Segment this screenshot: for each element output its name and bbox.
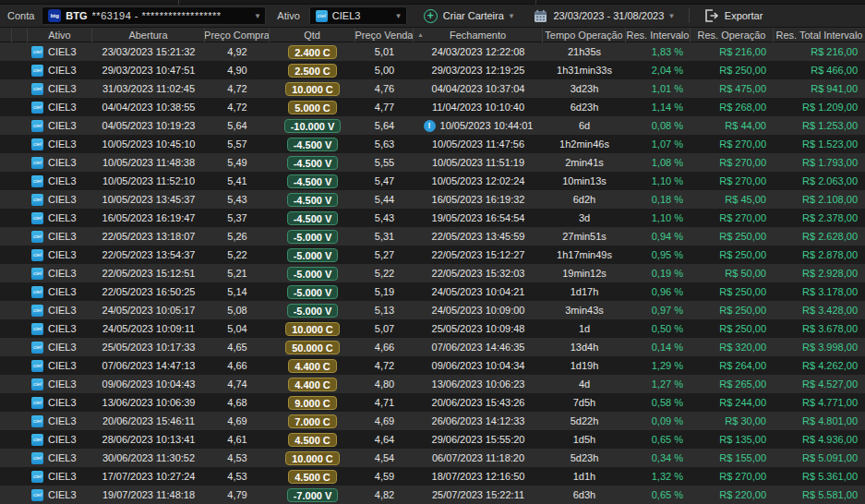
plus-circle-icon: + (424, 9, 438, 23)
table-row[interactable]: cielCIEL322/05/2023 15:12:515,21-5.000 V… (0, 264, 865, 282)
column-header-res-intervalo[interactable]: Res. Intervalo (626, 28, 691, 42)
table-row[interactable]: cielCIEL320/06/2023 15:46:114,697.000 C4… (0, 412, 865, 430)
cell-res-total-intervalo: R$ 216,00 (774, 42, 865, 61)
ciel3-logo-icon: ciel (31, 120, 43, 132)
quantity-sell-badge: -5.000 V (287, 230, 339, 244)
table-row[interactable]: cielCIEL304/05/2023 10:19:235,64-10.000 … (0, 116, 865, 135)
info-icon[interactable]: ! (424, 120, 436, 132)
column-header-res-total-intervalo[interactable]: Res. Total Intervalo (774, 28, 865, 42)
cell-res-intervalo: 0,08 % (626, 116, 691, 135)
row-spacer-2 (12, 338, 28, 356)
cell-abertura: 10/05/2023 11:48:38 (92, 153, 205, 172)
cell-res-total-intervalo: R$ 4.801,00 (774, 412, 865, 430)
column-header-preco-compra[interactable]: Preço Compra (205, 28, 270, 42)
asset-ticker: CIEL3 (48, 305, 77, 316)
cell-preco-compra: 5,43 (205, 190, 270, 209)
cell-res-operacao: R$ 250,00 (691, 282, 774, 301)
fechamento-datetime: 10/05/2023 11:51:19 (432, 157, 524, 168)
quantity-buy-badge: 9.000 C (288, 396, 337, 410)
table-row[interactable]: cielCIEL313/06/2023 10:06:394,689.000 C4… (0, 393, 865, 412)
table-row[interactable]: cielCIEL322/05/2023 16:50:255,14-5.000 V… (0, 282, 865, 301)
row-spacer-2 (12, 135, 28, 153)
asset-name: CIEL3 (332, 10, 361, 21)
cell-tempo-operacao: 3d (543, 209, 626, 227)
cell-qtd: 10.000 C (270, 79, 355, 98)
table-row[interactable]: cielCIEL322/05/2023 13:54:375,22-5.000 V… (0, 246, 865, 264)
table-row[interactable]: cielCIEL328/06/2023 10:13:414,614.500 C4… (0, 430, 865, 449)
column-header-preco-venda[interactable]: Preço Venda (355, 28, 414, 42)
date-range-picker[interactable]: 23/03/2023 - 31/08/2023 ▾ (530, 9, 677, 23)
table-row[interactable]: cielCIEL324/05/2023 10:05:175,08-5.000 V… (0, 301, 865, 319)
cell-res-operacao: R$ 270,00 (691, 209, 774, 227)
cell-preco-venda: 4,69 (355, 412, 414, 430)
column-header-tempo-operacao[interactable]: Tempo Operação (543, 28, 626, 42)
column-header-ativo[interactable]: Ativo (28, 28, 92, 42)
trades-table-body: cielCIEL323/03/2023 15:21:324,922.400 C5… (0, 42, 865, 504)
table-row[interactable]: cielCIEL310/05/2023 11:52:105,41-4.500 V… (0, 172, 865, 190)
cell-res-total-intervalo: R$ 3.678,00 (774, 319, 865, 338)
table-row[interactable]: cielCIEL322/05/2023 13:18:075,26-5.000 V… (0, 227, 865, 246)
cell-res-intervalo: 0,95 % (626, 246, 691, 264)
ativo-label: Ativo (277, 10, 299, 21)
table-row[interactable]: cielCIEL324/05/2023 10:09:115,0410.000 C… (0, 319, 865, 338)
table-row[interactable]: cielCIEL309/06/2023 10:04:434,744.400 C4… (0, 375, 865, 393)
row-spacer-2 (12, 430, 28, 449)
cell-abertura: 22/05/2023 15:12:51 (92, 264, 205, 282)
cell-fechamento: 04/04/2023 10:37:04 (414, 79, 543, 98)
cell-fechamento: 10/05/2023 11:51:19 (414, 153, 543, 172)
account-dropdown[interactable]: btg BTG **63194 - ****************** ▾ (42, 6, 266, 25)
column-header-abertura[interactable]: Abertura (92, 28, 205, 42)
exportar-button[interactable]: Exportar (701, 9, 767, 22)
cell-res-operacao: R$ 45,00 (691, 190, 774, 209)
quantity-sell-badge: -4.500 V (287, 156, 339, 170)
table-row[interactable]: cielCIEL325/05/2023 10:17:334,6550.000 C… (0, 338, 865, 356)
table-row[interactable]: cielCIEL329/03/2023 10:47:514,902.500 C5… (0, 61, 865, 79)
cell-fechamento: 10/05/2023 11:47:56 (414, 135, 543, 153)
cell-res-intervalo: 0,65 % (626, 430, 691, 449)
cell-res-total-intervalo: R$ 2.063,00 (774, 172, 865, 190)
column-header-res-operacao[interactable]: Res. Operação (691, 28, 774, 42)
table-row[interactable]: cielCIEL323/03/2023 15:21:324,922.400 C5… (0, 42, 865, 61)
fechamento-datetime: 24/05/2023 10:04:21 (432, 286, 525, 297)
table-row[interactable]: cielCIEL330/06/2023 11:30:524,5310.000 C… (0, 449, 865, 467)
cell-res-total-intervalo: R$ 2.878,00 (774, 246, 865, 264)
fechamento-datetime: 22/05/2023 15:32:03 (432, 268, 525, 279)
column-header-fechamento[interactable]: ▲Fechamento (414, 28, 543, 42)
cell-abertura: 22/05/2023 16:50:25 (92, 282, 205, 301)
cell-fechamento: 25/05/2023 10:09:48 (414, 319, 543, 338)
fechamento-datetime: 29/03/2023 12:19:25 (432, 65, 525, 76)
table-row[interactable]: cielCIEL310/05/2023 10:45:105,57-4.500 V… (0, 135, 865, 153)
table-row[interactable]: cielCIEL331/03/2023 11:02:454,7210.000 C… (0, 79, 865, 98)
cell-abertura: 31/03/2023 11:02:45 (92, 79, 205, 98)
cell-res-intervalo: 0,09 % (626, 412, 691, 430)
account-number-masked: **63194 - ****************** (92, 10, 222, 21)
table-row[interactable]: cielCIEL317/07/2023 10:27:244,534.500 C4… (0, 467, 865, 486)
fechamento-datetime: 24/03/2023 12:22:08 (432, 46, 525, 57)
cell-res-total-intervalo: R$ 4.936,00 (774, 430, 865, 449)
cell-fechamento: !10/05/2023 10:44:01 (414, 116, 543, 135)
cell-res-operacao: R$ 270,00 (691, 135, 774, 153)
cell-ativo: cielCIEL3 (28, 98, 92, 116)
table-row[interactable]: cielCIEL310/05/2023 11:48:385,49-4.500 V… (0, 153, 865, 172)
fechamento-datetime: 13/06/2023 10:06:23 (432, 378, 525, 390)
row-spacer-1 (0, 190, 12, 209)
table-row[interactable]: cielCIEL310/05/2023 13:45:375,43-4.500 V… (0, 190, 865, 209)
cell-qtd: -5.000 V (270, 264, 355, 282)
cell-abertura: 13/06/2023 10:06:39 (92, 393, 205, 412)
table-row[interactable]: cielCIEL316/05/2023 16:19:475,37-4.500 V… (0, 209, 865, 227)
asset-dropdown[interactable]: ciel CIEL3 ▾ (309, 6, 407, 25)
cell-qtd: -4.500 V (270, 135, 355, 153)
asset-ticker: CIEL3 (48, 102, 77, 113)
cell-preco-compra: 4,69 (205, 412, 270, 430)
cell-preco-compra: 4,72 (205, 98, 270, 116)
quantity-buy-badge: 10.000 C (285, 82, 340, 96)
cell-preco-venda: 4,54 (355, 449, 414, 467)
table-row[interactable]: cielCIEL319/07/2023 11:48:184,79-7.000 V… (0, 486, 865, 504)
criar-carteira-button[interactable]: + Criar Carteira ▾ (420, 9, 518, 23)
table-row[interactable]: cielCIEL304/04/2023 10:38:554,725.000 C4… (0, 98, 865, 116)
column-header-qtd[interactable]: Qtd (270, 28, 355, 42)
cell-tempo-operacao: 2min41s (543, 153, 626, 172)
table-row[interactable]: cielCIEL307/06/2023 14:47:134,664.400 C4… (0, 356, 865, 375)
cell-preco-compra: 5,49 (205, 153, 270, 172)
fechamento-datetime: 10/05/2023 12:02:24 (432, 175, 525, 186)
